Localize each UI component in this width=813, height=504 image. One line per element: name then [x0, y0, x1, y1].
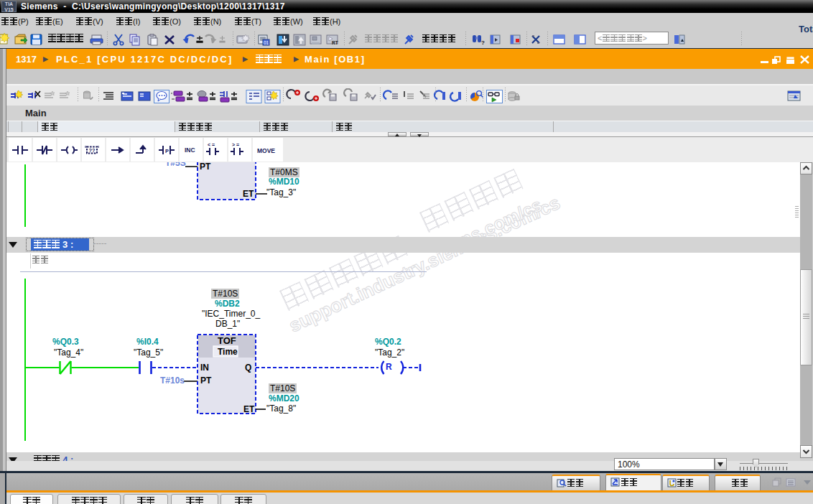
svg-text:??: ?? [89, 147, 96, 154]
svg-text:< =: < = [208, 142, 215, 147]
svg-text:?: ? [481, 39, 485, 46]
svg-text:MOVE: MOVE [257, 147, 275, 154]
svg-text:RT: RT [332, 40, 338, 45]
svg-text:P: P [165, 148, 169, 154]
svg-text:01: 01 [264, 40, 269, 45]
svg-text:INC: INC [185, 146, 195, 154]
svg-text:> =: > = [232, 142, 239, 147]
